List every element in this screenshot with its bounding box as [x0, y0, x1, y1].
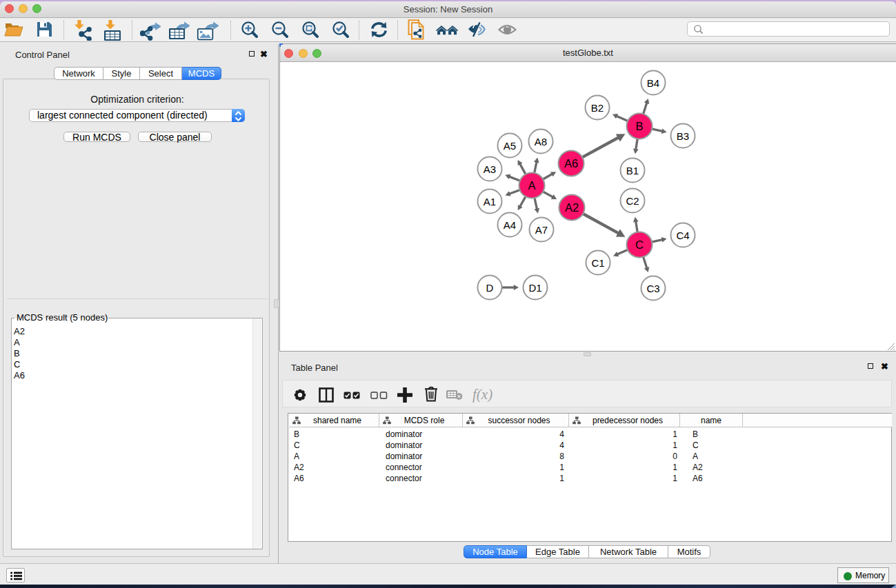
svg-text:C1: C1: [591, 257, 604, 269]
svg-text:A3: A3: [484, 163, 496, 175]
svg-text:D: D: [486, 282, 494, 294]
svg-text:B2: B2: [591, 102, 604, 114]
svg-text:C: C: [635, 239, 644, 251]
svg-text:B: B: [635, 120, 643, 132]
svg-text:A7: A7: [535, 224, 548, 236]
svg-text:A6: A6: [564, 157, 578, 170]
svg-text:C2: C2: [626, 195, 639, 207]
svg-text:C4: C4: [676, 230, 689, 241]
svg-text:A2: A2: [565, 201, 579, 214]
svg-text:A1: A1: [484, 196, 496, 207]
svg-text:B4: B4: [647, 77, 659, 89]
svg-text:A5: A5: [504, 140, 516, 152]
svg-text:B3: B3: [677, 130, 689, 142]
svg-text:C3: C3: [646, 283, 659, 294]
svg-text:A4: A4: [504, 219, 516, 231]
svg-text:A8: A8: [535, 136, 547, 148]
svg-text:B1: B1: [626, 165, 639, 176]
svg-text:A: A: [528, 179, 535, 192]
svg-text:D1: D1: [528, 282, 541, 294]
